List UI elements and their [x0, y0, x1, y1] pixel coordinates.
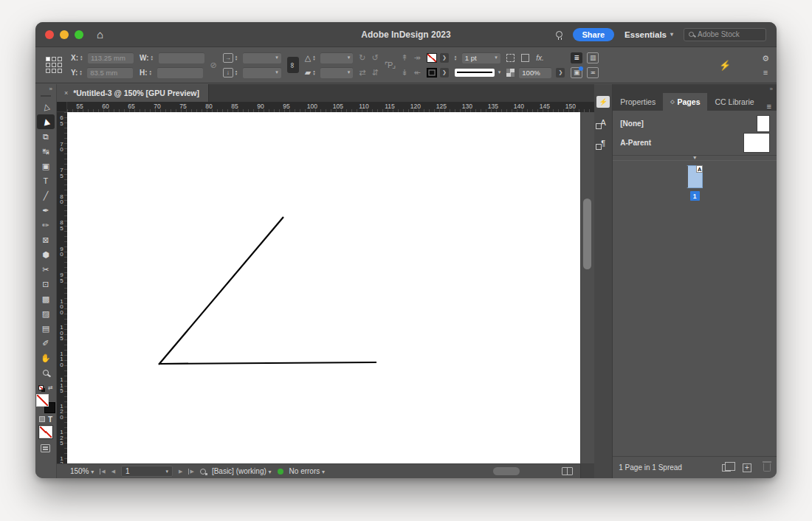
- control-panel-menu-icon[interactable]: ≡: [763, 68, 768, 77]
- stroke-swatch[interactable]: [427, 68, 437, 77]
- vertical-ruler[interactable]: 6 57 07 58 08 59 09 51 0 01 0 51 1 01 1 …: [57, 112, 67, 463]
- image-adjust-icon[interactable]: ▣: [571, 67, 582, 78]
- y-stepper[interactable]: ▴▾: [80, 69, 85, 75]
- fill-more-button[interactable]: ❯: [440, 53, 449, 63]
- scale-y-stepper[interactable]: ▴▾: [235, 69, 241, 75]
- ruler-corner[interactable]: [57, 102, 67, 112]
- drawn-line[interactable]: [159, 217, 283, 365]
- stroke-style-select[interactable]: [455, 69, 495, 77]
- document-tab[interactable]: × *Untitled-3 @ 150% [GPU Preview]: [57, 84, 209, 102]
- preflight-profile[interactable]: [Basic] (working) ▾: [212, 467, 272, 475]
- tab-pages[interactable]: ◇Pages: [663, 93, 707, 111]
- scissors-tool[interactable]: ✂: [37, 262, 55, 277]
- character-styles-icon[interactable]: A: [596, 117, 610, 128]
- text-wrap-none-icon[interactable]: ≣: [571, 52, 582, 63]
- text-wrap-bounding-icon[interactable]: ▥: [587, 52, 599, 63]
- zoom-level-select[interactable]: 150% ▾: [70, 467, 94, 475]
- last-page-button[interactable]: ▶: [188, 469, 193, 475]
- apply-none-swatch[interactable]: [39, 426, 52, 438]
- cc-libraries-icon[interactable]: ⚡: [596, 96, 610, 108]
- fill-stroke-indicator[interactable]: [36, 394, 55, 413]
- panel-collapse-strip[interactable]: »: [613, 84, 777, 93]
- delete-page-icon[interactable]: [763, 463, 771, 472]
- w-input[interactable]: [159, 52, 204, 63]
- stroke-weight-stepper[interactable]: ▴▾: [455, 55, 460, 61]
- scale-y-input[interactable]: ▾: [243, 67, 281, 78]
- stroke-more-button[interactable]: ❯: [440, 68, 449, 77]
- rectangle-frame-tool[interactable]: ⊠: [37, 232, 55, 247]
- gpu-performance-icon[interactable]: ⚡: [719, 60, 731, 71]
- document-canvas[interactable]: [67, 112, 580, 463]
- page-number-select[interactable]: 1▾: [121, 466, 173, 477]
- scale-x-stepper[interactable]: ▴▾: [235, 55, 241, 61]
- gradient-swatch-tool[interactable]: ▩: [37, 291, 55, 306]
- minimize-window-button[interactable]: [60, 30, 69, 39]
- vertical-scroll-thumb[interactable]: [583, 199, 591, 269]
- page-1-thumbnail[interactable]: A: [687, 165, 703, 188]
- close-window-button[interactable]: [45, 30, 54, 39]
- eyedropper-tool[interactable]: ✐: [37, 336, 55, 351]
- note-tool[interactable]: ▤: [37, 321, 55, 336]
- page-tool[interactable]: ⧉: [37, 129, 55, 144]
- rotate-cw-icon[interactable]: ↻: [359, 53, 365, 63]
- share-button[interactable]: Share: [573, 28, 615, 41]
- new-page-icon[interactable]: +: [743, 463, 751, 472]
- previous-page-button[interactable]: ◀: [111, 469, 115, 475]
- content-collector-tool[interactable]: ▣: [37, 159, 55, 173]
- align-icon-3[interactable]: ↡: [401, 68, 407, 77]
- reference-point-proxy[interactable]: [46, 57, 62, 73]
- tab-properties[interactable]: Properties: [613, 93, 663, 111]
- align-icon-4[interactable]: ↞: [414, 68, 421, 77]
- home-icon[interactable]: ⌂: [97, 29, 103, 40]
- formatting-affects-text-icon[interactable]: T: [48, 415, 52, 424]
- edit-page-size-icon[interactable]: [722, 464, 731, 472]
- first-page-button[interactable]: ◀: [100, 469, 105, 475]
- flip-horizontal-icon[interactable]: ⇄: [359, 68, 365, 77]
- rotate-ccw-icon[interactable]: ↺: [372, 53, 379, 63]
- pages-divider[interactable]: ▼: [613, 155, 777, 161]
- formatting-affects-container-icon[interactable]: [39, 416, 45, 422]
- opacity-more-button[interactable]: ❯: [556, 68, 565, 77]
- gear-icon[interactable]: ⚙: [762, 54, 769, 63]
- paragraph-styles-icon[interactable]: ¶: [596, 137, 610, 149]
- toolbar-grip[interactable]: [41, 95, 51, 97]
- direct-selection-tool[interactable]: ▷: [37, 100, 55, 114]
- y-input[interactable]: 83.5 mm: [87, 67, 133, 78]
- gradient-feather-tool[interactable]: ▨: [37, 306, 55, 321]
- unconstrain-dimensions-icon[interactable]: ⊘: [210, 61, 217, 70]
- shear-input[interactable]: ▾: [320, 67, 353, 78]
- zoom-tool[interactable]: [37, 365, 55, 380]
- spread-view-icon[interactable]: [562, 467, 573, 475]
- workspace-switcher[interactable]: Essentials ▾: [625, 30, 673, 39]
- stroke-weight-select[interactable]: 1 pt▾: [462, 52, 500, 63]
- horizontal-ruler[interactable]: 5560657075808590951001051101151201251301…: [67, 102, 594, 112]
- pencil-tool[interactable]: ✏: [37, 218, 55, 232]
- effects-button[interactable]: fx.: [536, 54, 544, 62]
- type-tool[interactable]: T: [37, 173, 55, 188]
- rotation-input[interactable]: ▾: [320, 52, 353, 63]
- swap-fill-stroke-icon[interactable]: ⇄: [48, 384, 53, 391]
- gap-tool[interactable]: ↹: [37, 144, 55, 159]
- opacity-input[interactable]: 100%: [519, 67, 551, 78]
- fitting-icon[interactable]: ≖: [587, 67, 599, 78]
- selection-tool[interactable]: ▶: [37, 114, 55, 129]
- fill-box[interactable]: [36, 394, 49, 407]
- maximize-window-button[interactable]: [75, 30, 83, 39]
- tab-cc-librarie[interactable]: CC Librarie: [707, 93, 761, 111]
- x-input[interactable]: 113.25 mm: [88, 52, 134, 63]
- pen-tool[interactable]: ✒: [37, 203, 55, 218]
- preflight-status[interactable]: No errors ▾: [289, 467, 325, 475]
- page-1-number-badge[interactable]: 1: [690, 191, 700, 201]
- h-stepper[interactable]: ▴▾: [150, 69, 155, 75]
- preflight-icon[interactable]: [200, 469, 206, 475]
- close-tab-icon[interactable]: ×: [64, 89, 68, 97]
- shear-stepper[interactable]: ▴▾: [313, 69, 318, 75]
- line-tool[interactable]: ╱: [37, 188, 55, 203]
- screen-mode-icon[interactable]: [41, 444, 50, 452]
- shape-tool[interactable]: ⬢: [37, 247, 55, 262]
- toolbar-expand-icon[interactable]: »: [35, 84, 56, 94]
- free-transform-tool[interactable]: ⊡: [37, 277, 55, 291]
- rotation-stepper[interactable]: ▴▾: [313, 55, 318, 61]
- parent-row[interactable]: [None]: [613, 114, 777, 133]
- stock-search-input[interactable]: [698, 30, 757, 38]
